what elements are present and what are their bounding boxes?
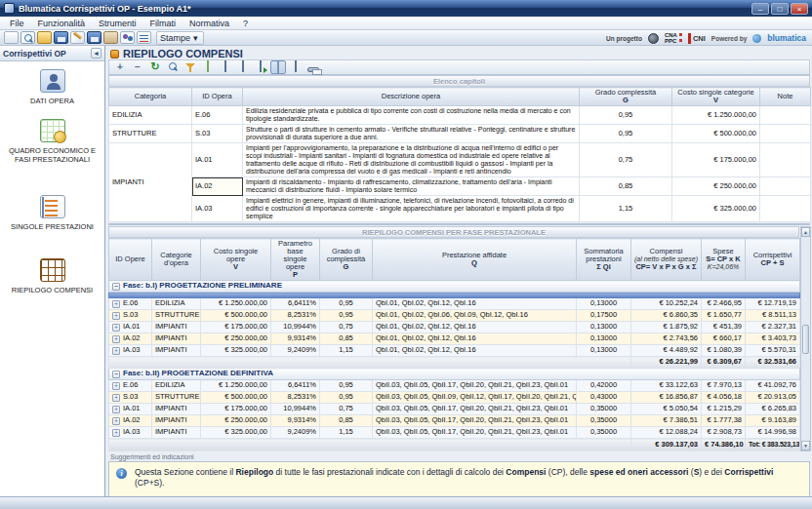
collapse-group-button[interactable]: −	[112, 283, 120, 291]
menu-normativa[interactable]: Normativa	[183, 18, 236, 29]
riepilogo-row[interactable]: +IA.02IMPIANTI€ 250.000,009,9314%0,85QbI…	[109, 415, 800, 427]
riepilogo-row[interactable]: +IA.01IMPIANTI€ 175.000,0010,9944%0,75Qb…	[109, 322, 800, 333]
menu-strumenti[interactable]: Strumenti	[92, 18, 143, 29]
collapse-sidebar-button[interactable]: ◄	[91, 48, 102, 59]
parametro-cell: 8,2531%	[271, 392, 320, 404]
expand-row-button[interactable]: +	[112, 417, 120, 425]
grid-view-icon[interactable]	[270, 60, 286, 74]
fase-group-row[interactable]: −Fase: b.I) PROGETTAZIONE PRELIMINARE	[109, 281, 800, 293]
expand-row-button[interactable]: +	[112, 324, 120, 332]
expand-row-button[interactable]: +	[112, 429, 120, 437]
vertical-scrollbar[interactable]: ▲ ▼	[800, 226, 811, 451]
riepilogo-row[interactable]: +E.06EDILIZIA€ 1.250.000,006,6411%0,95Qb…	[109, 298, 800, 310]
expand-row-button[interactable]: +	[112, 394, 120, 402]
save-icon[interactable]	[54, 31, 68, 44]
prestazione-cell: QbI.01, QbI.02, QbI.12, QbI.16	[373, 333, 577, 345]
elenco-row[interactable]: EDILIZIAE.06Edilizia residenziale privat…	[109, 106, 811, 125]
subtotal-row[interactable]: € 26.221,99€ 6.309,67€ 32.531,66	[109, 357, 800, 369]
col-prestazione[interactable]: Prestazione affidateQ	[373, 239, 577, 281]
ppc-label: PPC	[665, 38, 676, 44]
elenco-row[interactable]: IA.02Impianti di riscaldamento - Impiant…	[109, 177, 811, 196]
col-costo-opere[interactable]: Costo singoleopereV	[201, 239, 271, 281]
riepilogo-row[interactable]: +IA.02IMPIANTI€ 250.000,009,9314%0,85QbI…	[109, 333, 800, 345]
menu-funzionalita[interactable]: Funzionalità	[31, 18, 93, 29]
expand-all-icon[interactable]: +	[112, 60, 128, 74]
grand-total-row[interactable]: € 309.137,03€ 74.386,10Tot: € 383.523,13	[109, 439, 800, 451]
menu-help[interactable]: ?	[236, 18, 255, 29]
sidebar-item-riepilogo-compensi[interactable]: RIEPILOGO COMPENSI	[0, 251, 104, 300]
search-preview-icon[interactable]	[20, 31, 35, 44]
save-layout-icon[interactable]	[235, 60, 251, 74]
col-parametro[interactable]: Parametro basesingole opereP	[271, 239, 320, 281]
users-icon[interactable]	[120, 31, 135, 44]
sidebar-item-singole-prestazioni[interactable]: SINGOLE PRESTAZIONI	[0, 187, 104, 237]
id-opera-cell: IA.03	[192, 196, 243, 222]
collapse-all-icon[interactable]: −	[130, 60, 145, 74]
card-view-icon[interactable]	[218, 60, 233, 74]
col-descrizione[interactable]: Descrizione opera	[243, 88, 580, 106]
prestazione-cell: QbII.03, QbII.05, QbII.17, QbII.20, QbII…	[373, 404, 577, 415]
col-categoria[interactable]: Categoria	[109, 88, 192, 106]
archive-icon[interactable]	[103, 31, 118, 44]
col-spese[interactable]: SpeseS= CP x KK=24,06%	[702, 239, 746, 281]
col-id-opera[interactable]: ID Opera	[192, 88, 243, 106]
riepilogo-row[interactable]: +IA.01IMPIANTI€ 175.000,0010,9944%0,75Qb…	[109, 404, 800, 415]
col-grado[interactable]: Grado complessitàG	[580, 88, 672, 106]
edit-pencil-icon[interactable]	[70, 31, 85, 44]
open-folder-icon[interactable]	[37, 31, 52, 44]
grid-splitter[interactable]	[108, 223, 810, 225]
group-grid-icon[interactable]	[200, 60, 216, 74]
col-categorie[interactable]: Categoried'opera	[152, 239, 201, 281]
col-corrispettivi[interactable]: CorrispettiviCP + S	[746, 239, 800, 281]
scroll-thumb[interactable]	[802, 325, 809, 354]
print-icon[interactable]	[307, 67, 319, 72]
sommatoria-cell: 0,35000	[577, 427, 631, 439]
riepilogo-row[interactable]: +S.03STRUTTURE€ 500.000,008,2531%0,95QbI…	[109, 310, 800, 322]
collapse-group-button[interactable]: −	[112, 371, 120, 378]
spese-cell: € 1.777,38	[702, 415, 746, 427]
parametro-cell: 9,2409%	[271, 345, 320, 357]
close-button[interactable]: ×	[791, 3, 808, 15]
categoria-cell: EDILIZIA	[152, 298, 201, 310]
export-icon[interactable]	[253, 60, 268, 74]
expand-row-button[interactable]: +	[112, 300, 120, 308]
col-compensi[interactable]: Compensi(al netto delle spese)CP= V x P …	[631, 239, 702, 281]
sidebar-item-dati-opera[interactable]: DATI OPERA	[0, 61, 104, 111]
riepilogo-row[interactable]: +IA.03IMPIANTI€ 325.000,009,2409%1,15QbI…	[109, 427, 800, 439]
riepilogo-row[interactable]: +S.03STRUTTURE€ 500.000,008,2531%0,95QbI…	[109, 392, 800, 404]
expand-row-button[interactable]: +	[112, 312, 120, 320]
report-icon[interactable]	[137, 31, 151, 44]
expand-row-button[interactable]: +	[112, 406, 120, 413]
search-icon[interactable]	[165, 60, 181, 74]
stampe-button[interactable]: Stampe ▾	[156, 31, 204, 45]
page-title: RIEPILOGO COMPENSI	[123, 48, 243, 59]
sidebar-item-quadro-economico[interactable]: QUADRO ECONOMICO E FASI PRESTAZIONALI	[0, 111, 104, 170]
fase-group-row[interactable]: −Fase: b.II) PROGETTAZIONE DEFINITIVA	[109, 369, 800, 380]
save-as-icon[interactable]	[87, 31, 102, 44]
minimize-button[interactable]: –	[751, 3, 769, 15]
col-id-opere[interactable]: ID Opere	[109, 239, 152, 281]
elenco-row[interactable]: IMPIANTIIA.01Impianti per l'approvvigion…	[109, 143, 811, 177]
elenco-row[interactable]: IA.03Impianti elettrici in genere, impia…	[109, 196, 811, 222]
spese-cell: € 660,17	[702, 333, 746, 345]
expand-row-button[interactable]: +	[112, 335, 120, 343]
elenco-row[interactable]: STRUTTURES.03Strutture o parti di strutt…	[109, 125, 811, 143]
expand-row-button[interactable]: +	[112, 347, 120, 355]
col-note[interactable]: Note	[760, 88, 811, 106]
filter-icon[interactable]	[183, 60, 198, 74]
col-sommatoria[interactable]: SommatoriaprestazioniΣ Qi	[577, 239, 631, 281]
scroll-down-button[interactable]: ▼	[801, 441, 810, 450]
col-grado-complessita[interactable]: Grado dicomplessitàG	[320, 239, 373, 281]
expand-row-button[interactable]: +	[112, 382, 120, 390]
refresh-icon[interactable]: ↻	[147, 60, 163, 74]
riepilogo-table: ID Opere Categoried'opera Costo singoleo…	[108, 238, 800, 451]
menu-filmati[interactable]: Filmati	[143, 18, 183, 29]
maximize-button[interactable]: □	[771, 3, 789, 15]
column-chooser-icon[interactable]	[288, 60, 304, 74]
riepilogo-row[interactable]: +E.06EDILIZIA€ 1.250.000,006,6411%0,95Qb…	[109, 380, 800, 392]
scroll-up-button[interactable]: ▲	[801, 227, 810, 237]
new-document-icon[interactable]	[4, 31, 19, 44]
menu-file[interactable]: File	[3, 18, 31, 29]
col-costo[interactable]: Costo singole categorieV	[672, 88, 760, 106]
riepilogo-row[interactable]: +IA.03IMPIANTI€ 325.000,009,2409%1,15QbI…	[109, 345, 800, 357]
